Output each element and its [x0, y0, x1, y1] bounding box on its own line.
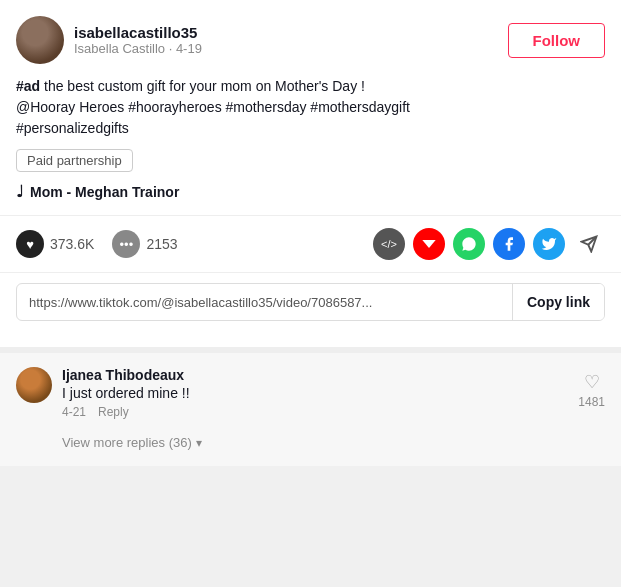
- comment-like-count: 1481: [578, 395, 605, 409]
- comment-body: Ijanea Thibodeaux I just ordered mine !!…: [62, 367, 568, 419]
- comment-like-group: ♡ 1481: [578, 367, 605, 419]
- view-more-replies[interactable]: View more replies (36) ▾: [16, 427, 605, 466]
- reply-button[interactable]: Reply: [98, 405, 129, 419]
- comment-text: I just ordered mine !!: [62, 385, 568, 401]
- actions-row: ♥ 373.6K ••• 2153 </>: [16, 216, 605, 272]
- follow-button[interactable]: Follow: [508, 23, 606, 58]
- comment-action[interactable]: ••• 2153: [112, 230, 177, 258]
- twitter-icon[interactable]: [533, 228, 565, 260]
- comment-meta: 4-21 Reply: [62, 405, 568, 419]
- comment-section: Ijanea Thibodeaux I just ordered mine !!…: [0, 347, 621, 466]
- whatsapp-icon[interactable]: [453, 228, 485, 260]
- view-more-label: View more replies (36): [62, 435, 192, 450]
- embed-icon[interactable]: </>: [373, 228, 405, 260]
- post-hashtag: #personalizedgifts: [16, 120, 129, 136]
- ad-tag: #ad: [16, 78, 40, 94]
- user-info-group: isabellacastillo35 Isabella Castillo · 4…: [16, 16, 202, 64]
- post-main-text: the best custom gift for your mom on Mot…: [40, 78, 365, 94]
- post-mentions: @Hooray Heroes #hoorayheroes #mothersday…: [16, 99, 410, 115]
- more-share-icon[interactable]: [573, 228, 605, 260]
- user-handle: Isabella Castillo · 4-19: [74, 41, 202, 56]
- comment-heart-icon[interactable]: ♡: [584, 371, 600, 393]
- comment-username: Ijanea Thibodeaux: [62, 367, 568, 383]
- comment-item: Ijanea Thibodeaux I just ordered mine !!…: [16, 367, 605, 419]
- username: isabellacastillo35: [74, 24, 202, 41]
- comment-icon: •••: [112, 230, 140, 258]
- chevron-down-icon: ▾: [196, 436, 202, 450]
- link-url: https://www.tiktok.com/@isabellacastillo…: [17, 285, 512, 320]
- post-card: isabellacastillo35 Isabella Castillo · 4…: [0, 0, 621, 347]
- share-red-icon[interactable]: [413, 228, 445, 260]
- comment-avatar: [16, 367, 52, 403]
- user-info: isabellacastillo35 Isabella Castillo · 4…: [74, 24, 202, 56]
- comment-count: 2153: [146, 236, 177, 252]
- like-action[interactable]: ♥ 373.6K: [16, 230, 94, 258]
- share-icons-group: </>: [373, 228, 605, 260]
- heart-icon: ♥: [16, 230, 44, 258]
- post-header: isabellacastillo35 Isabella Castillo · 4…: [16, 16, 605, 64]
- music-label: Mom - Meghan Trainor: [30, 184, 179, 200]
- svg-marker-0: [422, 240, 435, 248]
- music-row: ♩ Mom - Meghan Trainor: [16, 182, 605, 201]
- paid-partnership-badge: Paid partnership: [16, 149, 133, 172]
- like-count: 373.6K: [50, 236, 94, 252]
- post-text: #ad the best custom gift for your mom on…: [16, 76, 605, 139]
- music-note-icon: ♩: [16, 182, 24, 201]
- copy-link-button[interactable]: Copy link: [512, 284, 604, 320]
- facebook-icon[interactable]: [493, 228, 525, 260]
- link-row: https://www.tiktok.com/@isabellacastillo…: [16, 283, 605, 321]
- avatar: [16, 16, 64, 64]
- comment-date: 4-21: [62, 405, 86, 419]
